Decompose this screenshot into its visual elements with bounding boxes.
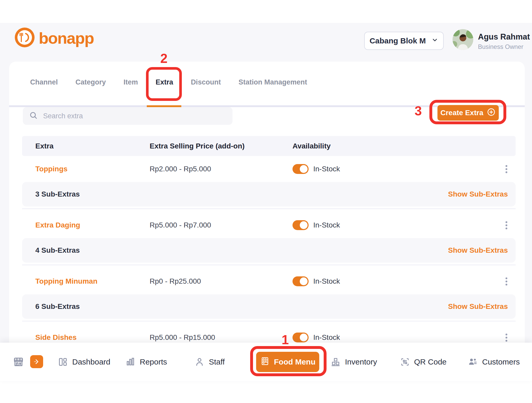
sub-extras-count: 4 Sub-Extras	[35, 246, 80, 255]
inventory-icon	[330, 357, 341, 367]
bonapp-app: bonapp Cabang Blok M Agus Rahmat Busines…	[0, 0, 532, 403]
toggle-knob	[300, 165, 308, 173]
extra-name-link[interactable]: Side Dishes	[35, 333, 77, 342]
availability-toggle[interactable]	[292, 276, 309, 286]
extra-price: Rp2.000 - Rp5.000	[150, 165, 211, 173]
show-sub-extras-link[interactable]: Show Sub-Extras	[448, 246, 508, 255]
toggle-knob	[300, 221, 308, 229]
user-role: Business Owner	[478, 43, 523, 50]
availability-toggle[interactable]	[292, 333, 309, 342]
table-row: Extra Daging Rp5.000 - Rp7.000 In-Stock	[9, 212, 525, 238]
create-extra-label: Create Extra	[441, 109, 483, 117]
nav-item-staff[interactable]: Staff	[194, 343, 225, 381]
show-sub-extras-link[interactable]: Show Sub-Extras	[448, 190, 508, 198]
extras-table-body: Toppings Rp2.000 - Rp5.000 In-Stock 3 Su…	[9, 156, 525, 350]
table-row: Topping Minuman Rp0 - Rp25.000 In-Stock	[9, 268, 525, 294]
extras-panel: Channel Category Item Extra Discount Sta…	[9, 62, 525, 350]
branch-selector[interactable]: Cabang Blok M	[364, 32, 444, 50]
extra-price: Rp5.000 - Rp7.000	[150, 221, 211, 229]
sub-extras-row: 3 Sub-Extras Show Sub-Extras	[22, 182, 516, 206]
bonapp-logo-icon	[14, 27, 35, 49]
storefront-icon[interactable]	[12, 356, 24, 369]
extra-name-link[interactable]: Extra Daging	[35, 221, 80, 229]
row-kebab-menu[interactable]	[502, 163, 511, 175]
brand-name: bonapp	[39, 29, 94, 47]
row-divider	[22, 209, 516, 209]
customers-icon	[468, 357, 478, 367]
extra-name-link[interactable]: Topping Minuman	[35, 277, 97, 285]
toggle-knob	[300, 334, 308, 341]
column-extra: Extra	[35, 142, 54, 150]
active-tab-indicator	[147, 105, 181, 107]
nav-item-customers[interactable]: Customers	[468, 343, 520, 381]
reports-icon	[125, 357, 136, 367]
row-divider	[22, 265, 516, 265]
bottom-nav-bar: Dashboard Reports Staff	[0, 343, 532, 381]
tab-channel[interactable]: Channel	[30, 78, 58, 86]
availability-toggle[interactable]	[292, 164, 309, 174]
availability-status: In-Stock	[313, 333, 340, 342]
nav-label-customers: Customers	[482, 358, 520, 366]
chevron-down-icon	[431, 36, 438, 45]
sub-extras-count: 6 Sub-Extras	[35, 302, 80, 311]
tab-station-management[interactable]: Station Management	[238, 78, 307, 86]
sub-extras-row: 6 Sub-Extras Show Sub-Extras	[22, 294, 516, 319]
nav-label-dashboard: Dashboard	[72, 358, 110, 366]
row-divider	[22, 321, 516, 321]
row-kebab-menu[interactable]	[502, 276, 511, 287]
nav-label-inventory: Inventory	[345, 358, 377, 366]
create-extra-button[interactable]: Create Extra	[437, 105, 499, 121]
tab-bar: Channel Category Item Extra Discount Sta…	[30, 76, 307, 88]
tab-item[interactable]: Item	[124, 78, 138, 86]
nav-item-qr-code[interactable]: QR Code	[400, 343, 447, 381]
row-kebab-menu[interactable]	[502, 219, 511, 231]
bonapp-logo: bonapp	[14, 27, 94, 49]
nav-label-reports: Reports	[140, 358, 167, 366]
tab-discount[interactable]: Discount	[191, 78, 221, 86]
availability-status: In-Stock	[313, 277, 340, 285]
search-input[interactable]	[43, 112, 226, 120]
staff-icon	[194, 357, 205, 367]
user-name: Agus Rahmat	[478, 32, 530, 42]
table-row: Toppings Rp2.000 - Rp5.000 In-Stock	[9, 156, 525, 182]
plus-circle-icon	[487, 108, 496, 118]
column-price: Extra Selling Price (add-on)	[150, 142, 245, 150]
sub-extras-row: 4 Sub-Extras Show Sub-Extras	[22, 238, 516, 263]
toggle-knob	[300, 277, 308, 285]
nav-item-dashboard[interactable]: Dashboard	[58, 343, 110, 381]
dashboard-icon	[58, 357, 68, 367]
extra-price: Rp0 - Rp25.000	[150, 277, 201, 285]
availability-status: In-Stock	[313, 165, 340, 173]
table-header: Extra Extra Selling Price (add-on) Avail…	[22, 136, 516, 156]
nav-item-food-menu[interactable]: Food Menu	[256, 352, 319, 372]
availability-status: In-Stock	[313, 221, 340, 229]
sub-extras-count: 3 Sub-Extras	[35, 190, 80, 198]
column-availability: Availability	[292, 142, 331, 150]
avatar[interactable]	[453, 29, 473, 50]
branch-selector-label: Cabang Blok M	[370, 36, 426, 45]
qr-code-icon	[400, 357, 410, 367]
nav-item-inventory[interactable]: Inventory	[330, 343, 377, 381]
tab-extra[interactable]: Extra	[156, 78, 173, 86]
nav-item-reports[interactable]: Reports	[125, 343, 167, 381]
nav-label-qr-code: QR Code	[414, 358, 447, 366]
search-extra-box	[23, 107, 232, 125]
extra-name-link[interactable]: Toppings	[35, 165, 68, 173]
nav-label-staff: Staff	[209, 358, 225, 366]
availability-toggle[interactable]	[292, 220, 309, 230]
food-menu-icon	[260, 356, 270, 368]
collapse-nav-button[interactable]	[30, 355, 43, 368]
row-kebab-menu[interactable]	[502, 332, 511, 343]
extra-price: Rp5.000 - Rp15.000	[150, 333, 215, 342]
show-sub-extras-link[interactable]: Show Sub-Extras	[448, 302, 508, 311]
nav-label-food-menu: Food Menu	[274, 358, 316, 366]
tab-category[interactable]: Category	[76, 78, 106, 86]
search-icon	[29, 111, 38, 121]
